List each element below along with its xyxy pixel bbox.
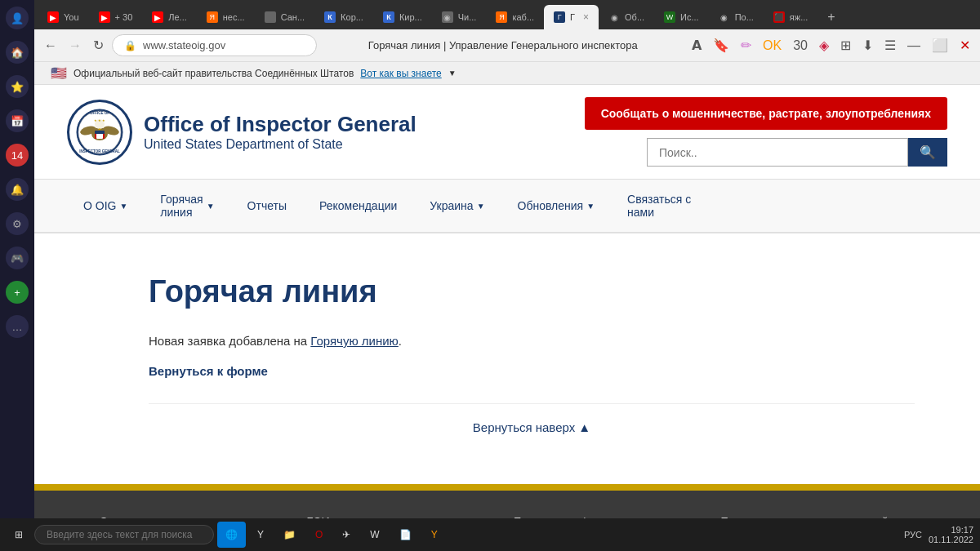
- sidebar-games[interactable]: 🎮: [6, 247, 29, 269]
- browser-tab-active[interactable]: Г Г ×: [544, 5, 599, 29]
- browser-sidebar: 👤 🏠 ⭐ 📅 14 🔔 ⚙ 🎮 + …: [0, 0, 34, 551]
- taskbar-opera-icon[interactable]: O: [307, 522, 331, 548]
- sidebar-home[interactable]: 🏠: [6, 41, 29, 64]
- nav-updates-arrow: ▼: [586, 202, 595, 211]
- youtube-favicon: ▶: [47, 11, 59, 23]
- yellow-accent-bar: [34, 484, 980, 491]
- tab6-favicon: К: [324, 11, 336, 23]
- taskbar-explorer-icon[interactable]: 📁: [275, 522, 304, 548]
- nav-oig-arrow: ▼: [119, 202, 127, 211]
- sidebar-history[interactable]: 📅: [6, 109, 29, 132]
- taskbar-docs-icon[interactable]: 📄: [391, 522, 420, 548]
- nav-reports-label: Отчеты: [247, 199, 287, 212]
- start-button[interactable]: ⊞: [7, 522, 31, 548]
- back-to-top-area: Вернуться наверх ▲: [149, 403, 915, 451]
- nav-item-recommendations[interactable]: Рекомендации: [303, 180, 413, 232]
- taskbar-right: РУС 19:17 01.11.2022: [904, 525, 973, 544]
- sidebar-add[interactable]: +: [6, 281, 29, 304]
- taskbar-search-input[interactable]: [34, 525, 214, 544]
- address-input[interactable]: 🔒 www.stateoig.gov: [112, 34, 317, 56]
- nav-item-contact[interactable]: Связаться снами: [611, 180, 707, 232]
- menu-button[interactable]: ☰: [881, 36, 899, 55]
- tab-label: Ис...: [680, 12, 699, 22]
- browser-tab-14[interactable]: ⬛ яж...: [764, 5, 817, 29]
- taskbar-clock: 19:17 01.11.2022: [929, 525, 973, 544]
- taskbar-word-icon[interactable]: W: [362, 522, 387, 548]
- taskbar-yandex-icon[interactable]: Y: [249, 522, 272, 548]
- browser-tab-6[interactable]: К Кор...: [314, 5, 373, 29]
- sidebar-profile[interactable]: 👤: [6, 7, 29, 29]
- nav-ukraine-arrow: ▼: [477, 202, 485, 211]
- back-to-top-link[interactable]: Вернуться наверх ▲: [473, 420, 590, 434]
- maximize-button[interactable]: ⬜: [929, 36, 951, 55]
- tab-close-icon[interactable]: ×: [583, 11, 589, 23]
- success-message: Новая заявка добавлена на Горячую линию.: [149, 334, 915, 348]
- tab-label: Кир...: [399, 12, 422, 22]
- report-fraud-button[interactable]: Сообщать о мошенничестве, растрате, злоу…: [585, 97, 947, 130]
- forward-button[interactable]: →: [65, 37, 85, 55]
- sidebar-favorites[interactable]: ⭐: [6, 75, 29, 98]
- nav-item-updates[interactable]: Обновления ▼: [501, 180, 612, 232]
- refresh-button[interactable]: ↻: [90, 36, 107, 55]
- nav-oig-label: О OIG: [83, 199, 116, 212]
- search-area: 🔍: [647, 138, 947, 167]
- browser-tab-2[interactable]: ▶ + 30: [89, 5, 143, 29]
- gov-banner-link[interactable]: Вот как вы знаете: [360, 68, 441, 79]
- minimize-button[interactable]: —: [904, 37, 924, 55]
- sidebar-notifications[interactable]: 🔔: [6, 178, 29, 201]
- browser-new-tab[interactable]: +: [817, 5, 844, 29]
- bookmark-button[interactable]: 🔖: [710, 36, 733, 55]
- tab-label: You: [64, 12, 79, 22]
- tab2-favicon: ▶: [99, 11, 110, 23]
- gov-banner: 🇺🇸 Официальный веб-сайт правительства Со…: [34, 62, 980, 85]
- hotline-link[interactable]: Горячую линию: [310, 334, 399, 348]
- nav-list: О OIG ▼ Горячаялиния ▼ Отчеты Рекомендац…: [67, 180, 947, 232]
- odnoklassniki-button[interactable]: OK: [760, 37, 785, 55]
- nav-item-oig[interactable]: О OIG ▼: [67, 180, 144, 232]
- nav-recommendations-label: Рекомендации: [319, 199, 397, 212]
- extension-button-2[interactable]: 30: [790, 37, 811, 55]
- header-right: Сообщать о мошенничестве, растрате, злоу…: [585, 97, 947, 167]
- nav-item-reports[interactable]: Отчеты: [231, 180, 303, 232]
- back-to-form-link[interactable]: Вернуться к форме: [149, 364, 268, 378]
- close-button[interactable]: ✕: [956, 36, 973, 55]
- taskbar-lang: РУС: [904, 530, 922, 540]
- page-heading: Горячая линия: [149, 274, 915, 309]
- browser-tab-4[interactable]: Я нес...: [197, 5, 255, 29]
- browser-tab-13[interactable]: ◉ По...: [709, 5, 764, 29]
- sidebar-more[interactable]: …: [6, 315, 29, 338]
- sidebar-badge[interactable]: 14: [6, 144, 29, 167]
- taskbar-telegram-icon[interactable]: ✈: [334, 522, 359, 548]
- reader-mode-button[interactable]: 𝗔: [688, 36, 705, 55]
- pocket-button[interactable]: ◈: [816, 36, 832, 55]
- nav-item-ukraine[interactable]: Украина ▼: [413, 180, 501, 232]
- chevron-icon: ▼: [448, 69, 457, 78]
- sidebar-settings[interactable]: ⚙: [6, 212, 29, 235]
- browser-tab-11[interactable]: ◉ Об...: [599, 5, 654, 29]
- browser-tab-8[interactable]: ◉ Чи...: [432, 5, 487, 29]
- tab9-favicon: Я: [496, 11, 507, 23]
- tab-label: Ле...: [168, 12, 187, 22]
- extension-button-4[interactable]: ⊞: [837, 36, 854, 55]
- tab-label: + 30: [115, 12, 133, 22]
- browser-tab-9[interactable]: Я каб...: [486, 5, 544, 29]
- tab5-favicon: [265, 11, 276, 23]
- back-button[interactable]: ←: [41, 37, 60, 55]
- tab-label: каб...: [512, 12, 534, 22]
- browser-tab-3[interactable]: ▶ Ле...: [142, 5, 197, 29]
- search-input[interactable]: [647, 138, 908, 167]
- search-button[interactable]: 🔍: [908, 138, 947, 167]
- nav-item-hotline[interactable]: Горячаялиния ▼: [144, 180, 230, 232]
- pen-button[interactable]: ✏: [737, 36, 755, 55]
- taskbar-yandex-browser-icon[interactable]: Y: [423, 522, 446, 548]
- taskbar-edge-icon[interactable]: 🌐: [217, 522, 246, 548]
- page-title-display: Горячая линия | Управление Генерального …: [322, 39, 684, 51]
- seal-inner: ★ ★ ★ INSPECTOR GENERAL OFFICE OF: [69, 102, 130, 162]
- browser-tab-12[interactable]: W Ис...: [654, 5, 709, 29]
- download-button[interactable]: ⬇: [859, 36, 876, 55]
- site-content: 🇺🇸 Официальный веб-сайт правительства Со…: [34, 62, 980, 551]
- browser-tab-7[interactable]: К Кир...: [373, 5, 432, 29]
- oig-seal: ★ ★ ★ INSPECTOR GENERAL OFFICE OF: [67, 100, 132, 165]
- browser-tab-5[interactable]: Сан...: [255, 5, 314, 29]
- browser-tab-youtube[interactable]: ▶ You: [38, 5, 89, 29]
